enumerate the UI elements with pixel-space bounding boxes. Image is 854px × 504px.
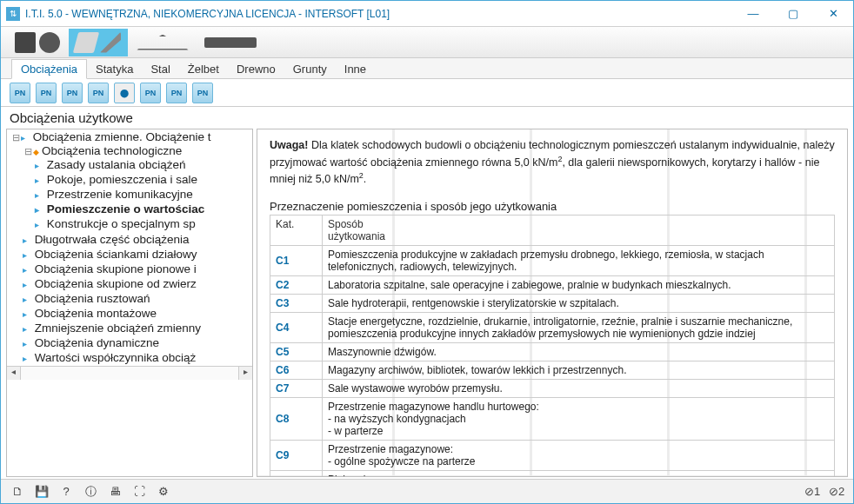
table-cell-kat: C6 [270,361,323,379]
info-icon[interactable]: ⓘ [83,484,98,500]
calculator-icon [15,32,36,53]
usage-table: Kat. Sposób użytkowania C1Pomieszczenia … [270,215,835,477]
tree-item[interactable]: ▸ Wartości współczynnika obciąż [23,350,252,365]
table-cell-text: Laboratoria szpitalne, sale operacyjne i… [323,275,835,294]
table-header-sposob: Sposób użytkowania [323,215,835,245]
tab-obciążenia[interactable]: Obciążenia [11,59,87,79]
wrench-icon [204,37,257,48]
table-cell-kat: C2 [270,275,323,294]
pn-icon-2[interactable]: PN [36,83,57,103]
content-panel[interactable]: Uwaga! Dla klatek schodowych budowli o o… [257,129,848,477]
truss-icon [137,35,189,50]
status-indicator-2: ⊘2 [829,484,844,500]
tree-item[interactable]: ▸ Zasady ustalania obciążeń [35,157,252,172]
sub-toolbar: PN PN PN PN ⬤ PN PN PN [1,79,853,107]
table-cell-text: Przestrzenie magazynowe handlu hurtowego… [323,397,835,440]
tree-item[interactable]: ▸ Obciążenia skupione pionowe i [23,262,252,276]
table-row: C9Przestrzenie magazynowe: - ogólne spoż… [270,440,835,470]
table-header-kat: Kat. [270,215,323,245]
menu-bar: ObciążeniaStatykaStalŻelbetDrewnoGruntyI… [1,58,853,79]
title-bar: ⇅ I.T.I. 5.0 - WEWNĘTRZNA, NIEKOMERCYJNA… [1,1,853,27]
table-row: C4Stacje energetyczne, rozdzielnie, druk… [270,312,835,342]
table-cell-text: Maszynownie dźwigów. [323,342,835,361]
save-icon[interactable]: 🗋 [10,484,25,500]
tree-item[interactable]: ▸ Obciążenia ściankami działowy [23,247,252,262]
toolbar-group-1[interactable] [8,29,67,56]
table-row: C6Magazyny archiwów, bibliotek, towarów … [270,361,835,379]
tab-grunty[interactable]: Grunty [284,60,336,78]
table-cell-kat: C8 [270,397,323,440]
table-cell-kat: C7 [270,379,323,397]
table-row: C10Piekarnie: -pomieszczenia produkcyjne… [270,470,835,477]
tree-item[interactable]: ▸ Pomieszczenie o wartościac [35,202,252,216]
table-row: C3Sale hydroterapii, rentgenowskie i ste… [270,294,835,312]
pn-icon-3[interactable]: PN [62,83,83,103]
tab-żelbet[interactable]: Żelbet [179,60,228,78]
gauge-icon [39,32,60,53]
tree-group[interactable]: ⊟Obciążenia technologiczne ▸ Zasady usta… [23,143,252,232]
status-bar: 🗋 💾 ? ⓘ 🖶 ⛶ ⚙ ⊘1 ⊘2 [1,479,853,503]
table-cell-kat: C9 [270,440,323,470]
table-cell-kat: C3 [270,294,323,312]
pn-icon-5[interactable]: ⬤ [114,83,135,103]
tab-inne[interactable]: Inne [336,60,375,78]
table-cell-text: Sale hydroterapii, rentgenowskie i stery… [323,294,835,312]
warning-note: Uwaga! Dla klatek schodowych budowli o o… [270,138,835,188]
table-cell-text: Piekarnie: -pomieszczenia produkcyjne i … [323,470,835,477]
tree-item[interactable]: ▸ Długotrwała część obciążenia [23,232,252,247]
fullscreen-icon[interactable]: ⛶ [131,484,147,500]
app-icon: ⇅ [6,7,20,21]
table-cell-text: Magazyny archiwów, bibliotek, towarów le… [323,361,835,379]
section-title: Obciążenia użytkowe [1,107,853,127]
tree-root[interactable]: ⊟▸ Obciążenia zmienne. Obciążenie t ⊟Obc… [10,129,252,366]
pn-icon-7[interactable]: PN [166,83,187,103]
tree-item[interactable]: ▸ Konstrukcje o specjalnym sp [35,216,252,231]
print-icon[interactable]: 🖶 [107,484,123,500]
table-cell-text: Pomieszczenia produkcyjne w zakładach pr… [323,245,835,275]
main-toolbar [1,27,853,58]
table-cell-text: Przestrzenie magazynowe: - ogólne spożyw… [323,440,835,470]
tree-item[interactable]: ▸ Obciążenia dynamiczne [23,335,252,350]
tree-item[interactable]: ▸ Pokoje, pomieszczenia i sale [35,172,252,187]
disk-icon[interactable]: 💾 [34,484,50,500]
close-button[interactable]: ✕ [813,1,853,27]
pn-icon-1[interactable]: PN [10,83,30,103]
tree-item[interactable]: ▸ Obciążenia montażowe [23,306,252,321]
table-cell-kat: C1 [270,245,323,275]
pn-icon-4[interactable]: PN [88,83,109,103]
table-row: C7Sale wystawowe wyrobów przemysłu. [270,379,835,397]
window-title: I.T.I. 5.0 - WEWNĘTRZNA, NIEKOMERCYJNA L… [25,8,733,20]
tree-item[interactable]: ▸ Przestrzenie komunikacyjne [35,187,252,202]
settings-icon[interactable]: ⚙ [156,484,171,500]
table-row: C2Laboratoria szpitalne, sale operacyjne… [270,275,835,294]
navigation-tree[interactable]: ⊟▸ Obciążenia zmienne. Obciążenie t ⊟Obc… [6,129,253,477]
pn-icon-6[interactable]: PN [140,83,161,103]
table-cell-kat: C10 [270,470,323,477]
tab-drewno[interactable]: Drewno [228,60,284,78]
help-icon[interactable]: ? [58,484,74,500]
tab-statyka[interactable]: Statyka [87,60,142,78]
status-indicator-1: ⊘1 [804,484,820,500]
table-cell-text: Stacje energetyczne, rozdzielnie, drukar… [323,312,835,342]
maximize-button[interactable]: ▢ [773,1,813,27]
tab-stal[interactable]: Stal [142,60,178,78]
toolbar-group-truss[interactable] [130,29,196,56]
table-cell-text: Sale wystawowe wyrobów przemysłu. [323,379,835,397]
tree-item[interactable]: ▸ Zmniejszenie obciążeń zmienny [23,321,252,335]
pn-icon-8[interactable]: PN [192,83,213,103]
table-row: C1Pomieszczenia produkcyjne w zakładach … [270,245,835,275]
trowel-icon [100,32,121,53]
toolbar-group-loads[interactable] [69,29,128,56]
table-row: C8Przestrzenie magazynowe handlu hurtowe… [270,397,835,440]
table-row: C5Maszynownie dźwigów. [270,342,835,361]
brick-icon [73,32,99,53]
minimize-button[interactable]: — [733,1,773,27]
table-title: Przeznaczenie pomieszczenia i sposób jeg… [270,200,835,213]
toolbar-group-wrench[interactable] [197,29,264,56]
tree-horizontal-scrollbar[interactable]: ◂▸ [7,366,252,380]
table-cell-kat: C4 [270,312,323,342]
tree-item[interactable]: ▸ Obciążenia rusztowań [23,291,252,306]
table-cell-kat: C5 [270,342,323,361]
tree-item[interactable]: ▸ Obciążenia skupione od zwierz [23,276,252,291]
